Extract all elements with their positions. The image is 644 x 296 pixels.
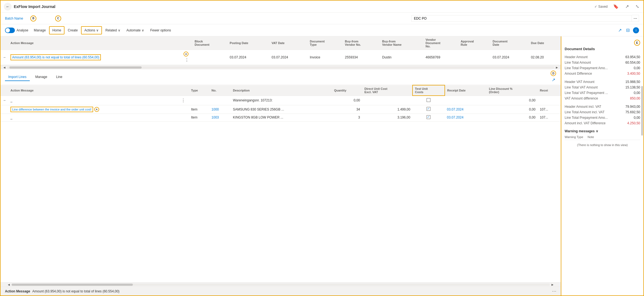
right-panel-scrollbar[interactable]	[641, 86, 643, 136]
related-chevron-icon: ∨	[118, 28, 120, 32]
shrink-button[interactable]: ⤡	[634, 3, 640, 10]
detail-incl-label-2: Line Total Prepayment Amo...	[565, 116, 634, 120]
saved-status: ✓ Saved	[594, 5, 608, 9]
scroll-thumb	[9, 66, 142, 69]
import-lines-section: Import Lines Manage Line D ↗ Action	[1, 69, 561, 287]
check-icon: ✓	[594, 5, 597, 9]
info-icon-button[interactable]: i	[633, 27, 639, 33]
lines-col-type: Type	[189, 85, 209, 96]
lines-row2-discount: 0,00	[487, 105, 538, 114]
main-table-scroll[interactable]: Action Message BlockDocument Posting Dat…	[1, 36, 561, 65]
lines-scroll-right[interactable]: ►	[550, 283, 555, 287]
lines-col-quantity: Quantity	[332, 85, 362, 96]
lines-row3-recei: 107...	[538, 114, 561, 121]
back-button[interactable]: ←	[4, 3, 12, 10]
row-context-menu-button[interactable]: ⋮	[184, 57, 190, 63]
related-button[interactable]: Related ∨	[103, 27, 123, 34]
lines-row1-desc: Wareneingangsnr. 107213:	[231, 96, 332, 105]
lines-row1-menu-button[interactable]: ⋮	[180, 97, 187, 104]
status-more-button[interactable]: ⋯	[552, 289, 556, 294]
lines-row1-test[interactable]	[413, 96, 445, 105]
title-bar: ← ExFlow Import Journal ✓ Saved 🔖 ↗ ⤡	[1, 1, 643, 13]
col-header-due-date: Due Date	[529, 36, 561, 50]
bookmark-button[interactable]: 🔖	[612, 3, 620, 10]
app-title: ExFlow Import Journal	[14, 4, 55, 9]
scroll-right-button[interactable]: ►	[554, 66, 560, 69]
row-menu-cell[interactable]: A ⋮	[181, 50, 192, 65]
test-unit-costs-checkbox-3[interactable]	[427, 115, 430, 119]
lines-row1-type	[189, 96, 209, 105]
warning-header[interactable]: Warning messages ∨	[565, 129, 640, 133]
table-row: → Amount (63.954,00) is not equal to tot…	[1, 50, 561, 65]
lines-col-arrow	[1, 85, 8, 96]
detail-prepayment: Line Total Prepayment Amo... 0,00	[565, 65, 640, 71]
lines-row3-cost: 3.196,00	[362, 114, 413, 121]
batch-label: Batch Name	[5, 17, 27, 20]
lines-row3-action-msg: _	[8, 114, 178, 121]
detail-header-vat: Header VAT Amount 15.988,50	[565, 79, 640, 85]
lines-scroll-left[interactable]: ◄	[6, 283, 12, 287]
toggle-dot	[6, 28, 10, 33]
batch-input-container: ⋯	[411, 15, 639, 22]
col-header-menu	[181, 36, 192, 50]
lines-table-scrollbar[interactable]: ◄ ►	[1, 282, 561, 287]
col-header-arrow	[1, 36, 8, 50]
fewer-options-button[interactable]: Fewer options	[147, 27, 174, 34]
lines-share-button[interactable]: ↗	[551, 76, 556, 84]
automate-button[interactable]: Automate ∨	[124, 27, 147, 34]
detail-value-2: 0,00	[634, 66, 640, 70]
create-button[interactable]: Create	[65, 27, 80, 34]
lines-row-3: _ Item 1003 KINGSTON 8GB LOW POWER ... 3…	[1, 114, 561, 121]
detail-header-incl-vat: Header Amount incl. VAT 79.943,00	[565, 104, 640, 109]
main-table: Action Message BlockDocument Posting Dat…	[1, 36, 561, 65]
tab-manage[interactable]: Manage	[32, 73, 50, 81]
detail-vat-value-1: 15.138,50	[626, 85, 640, 89]
lines-row3-test[interactable]	[413, 114, 445, 121]
toggle-switch[interactable]	[5, 28, 15, 33]
top-table-section: Action Message BlockDocument Posting Dat…	[1, 36, 561, 69]
detail-incl-label-1: Line Total Amount incl. VAT	[565, 110, 626, 114]
detail-incl-value-2: 0,00	[634, 116, 640, 120]
lines-table-scroll[interactable]: Action Message Type No. Description Quan…	[1, 85, 561, 282]
share-button[interactable]: ↗	[624, 3, 630, 10]
detail-incl-diff: Amount incl. VAT Difference 4.250,50	[565, 120, 640, 126]
main-table-scrollbar[interactable]: ◄ ►	[1, 65, 561, 69]
detail-vat-label-3: VAT Amount difference	[565, 96, 630, 100]
warning-col-type: Warning Type	[565, 135, 583, 139]
share-icon-button[interactable]: ↗	[617, 26, 623, 34]
detail-line-total: Line Total Amount 60.554,00	[565, 60, 640, 65]
detail-label-2: Line Total Prepayment Amo...	[565, 66, 634, 70]
title-right-actions: ✓ Saved 🔖 ↗ ⤡	[594, 3, 640, 10]
lines-row2-action-msg[interactable]: Line difference between the invoice and …	[8, 105, 178, 114]
lines-col-recei: Recei	[538, 85, 561, 96]
detail-vat-label-0: Header VAT Amount	[565, 80, 626, 84]
lines-row2-receipt: 03.07.2024	[445, 105, 487, 114]
test-unit-costs-checkbox-2[interactable]	[427, 107, 430, 111]
home-button[interactable]: Home	[49, 26, 64, 34]
lines-row2-test[interactable]	[413, 105, 445, 114]
lines-col-test-unit-costs: Test UnitCosts	[413, 85, 445, 96]
batch-name-input[interactable]	[411, 15, 632, 22]
lines-row3-arrow	[1, 114, 8, 121]
tab-import-lines[interactable]: Import Lines	[5, 73, 30, 81]
import-lines-header: Import Lines Manage Line D ↗	[1, 69, 561, 85]
actions-button[interactable]: Actions ∨	[81, 26, 102, 34]
manage-button[interactable]: Manage	[31, 27, 48, 34]
scroll-track	[7, 66, 554, 69]
scroll-left-button[interactable]: ◄	[2, 66, 7, 69]
warning-empty-text: (There is nothing to show in this view)	[565, 141, 640, 149]
detail-value-0: 63.954,50	[626, 55, 640, 59]
vendor-doc-no-cell: 46658769	[423, 50, 458, 65]
lines-row1-recei	[538, 96, 561, 105]
test-unit-costs-checkbox-1[interactable]	[427, 98, 430, 102]
tab-line[interactable]: Line	[53, 73, 66, 81]
doc-details-incl-vat-section: Header Amount incl. VAT 79.943,00 Line T…	[565, 104, 640, 126]
action-message-text: Amount (63.954,00) is not equal to total…	[10, 54, 101, 60]
action-message-cell[interactable]: Amount (63.954,00) is not equal to total…	[8, 50, 181, 65]
filter-icon-button[interactable]: ⊟	[625, 26, 631, 34]
warning-title: Warning messages	[565, 129, 595, 133]
lines-row2-menu[interactable]	[178, 105, 189, 114]
approval-rule-cell	[459, 50, 491, 65]
batch-more-button[interactable]: ⋯	[632, 15, 639, 22]
lines-row1-menu[interactable]: ⋮	[178, 96, 189, 105]
